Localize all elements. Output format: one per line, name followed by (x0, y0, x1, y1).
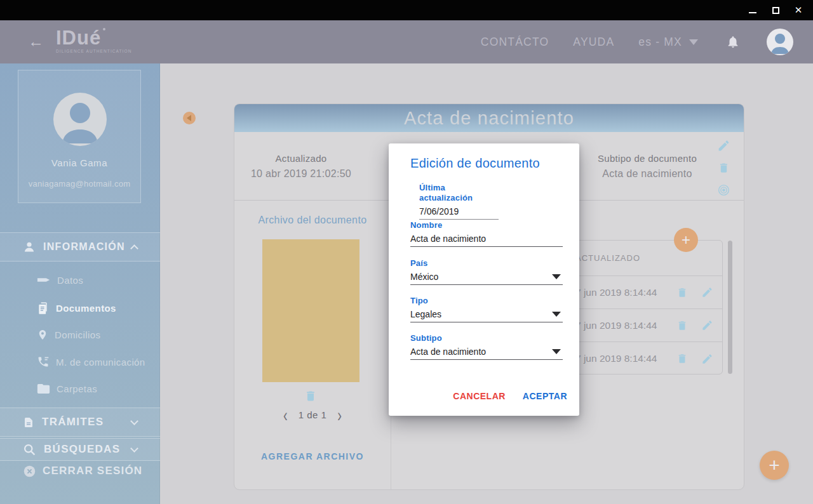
tipo-selected-value: Legales (410, 309, 441, 319)
delete-trash-icon[interactable] (676, 286, 688, 299)
nav-contacto[interactable]: CONTÁCTO (481, 36, 549, 49)
sidebar-item-label: Domicilios (55, 329, 100, 340)
chevron-down-icon (130, 417, 138, 425)
updated-value: 10 abr 2019 21:02:50 (251, 168, 351, 180)
search-icon (23, 443, 36, 456)
file-pagination: ‹ 1 de 1 › (234, 408, 391, 421)
files-table: ACTUALIZADO 7 jun 2019 8:14:44 7 jun 201… (565, 240, 723, 375)
delete-file-trash-icon[interactable] (304, 389, 317, 403)
sidebar-item-carpetas[interactable]: Carpetas (0, 375, 160, 402)
field-nombre: Nombre (410, 220, 563, 247)
modal-title: Edición de documento (410, 156, 540, 171)
nombre-input[interactable] (410, 233, 563, 244)
sidebar-section-tramites[interactable]: TRÁMITES (0, 408, 160, 437)
add-document-fab[interactable]: + (760, 451, 789, 480)
row-actions (676, 319, 713, 332)
document-card-header: Acta de nacimiento (234, 104, 744, 132)
field-pais: País México (410, 258, 563, 285)
row-updated-value: 7 jun 2019 8:14:44 (575, 353, 657, 364)
window-minimize-button[interactable] (743, 1, 762, 20)
pais-select[interactable]: México (410, 271, 563, 285)
subtype-label: Subtipo de documento (598, 153, 697, 164)
field-label: Última actualización (419, 183, 499, 203)
sidebar-section-busquedas[interactable]: BÚSQUEDAS (0, 438, 160, 461)
row-updated-value: 7 jun 2019 8:14:44 (575, 320, 657, 331)
sidebar: Vania Gama vaniagamag@hotmail.com INFORM… (0, 63, 160, 504)
chevron-up-icon (130, 244, 138, 253)
sidebar-item-comunicacion[interactable]: M. de comunicación (0, 348, 160, 375)
notifications-bell-icon[interactable] (726, 34, 740, 50)
accept-button[interactable]: ACEPTAR (523, 391, 567, 401)
dropdown-arrow-icon (689, 39, 698, 45)
field-label: Tipo (410, 296, 563, 306)
sidebar-item-documentos[interactable]: Documentos (0, 295, 160, 321)
table-row: 7 jun 2019 8:14:44 (565, 309, 722, 342)
edit-document-modal: Edición de documento Última actualizació… (389, 143, 579, 416)
profile-card: Vania Gama vaniagamag@hotmail.com (18, 70, 141, 203)
sidebar-item-domicilios[interactable]: Domicilios (0, 321, 160, 348)
folder-icon (37, 383, 50, 394)
card-icon (37, 274, 51, 286)
nav-ayuda[interactable]: AYUDA (573, 36, 614, 49)
ultima-actualizacion-input[interactable] (419, 206, 499, 217)
row-updated-value: 7 jun 2019 8:14:44 (575, 287, 657, 298)
sidebar-item-label: Documentos (56, 303, 116, 314)
edit-pencil-icon[interactable] (701, 286, 713, 298)
dropdown-arrow-icon (552, 274, 561, 279)
language-label: es - MX (638, 36, 682, 49)
delete-trash-icon[interactable] (676, 352, 688, 365)
sidebar-item-datos[interactable]: Datos (0, 267, 160, 293)
cancel-button[interactable]: CANCELAR (453, 391, 506, 401)
document-actions (717, 139, 730, 197)
window-controls: ✕ (743, 0, 808, 20)
fingerprint-icon[interactable] (717, 183, 730, 197)
field-subtipo: Subtipo Acta de nacimiento (410, 333, 563, 360)
sidebar-section-informacion[interactable]: INFORMACIÓN (0, 232, 160, 262)
window-maximize-button[interactable] (766, 1, 785, 20)
profile-name: Vania Gama (18, 157, 140, 168)
minimize-icon (749, 12, 756, 13)
logo-registered-dot-icon (103, 28, 105, 30)
add-row-button[interactable]: + (674, 228, 698, 252)
next-page-chevron-icon[interactable]: › (337, 405, 342, 424)
document-preview-image[interactable] (262, 239, 359, 382)
archive-title: Archivo del documento (234, 215, 391, 226)
previous-page-chevron-icon[interactable]: ‹ (283, 405, 288, 424)
delete-trash-icon[interactable] (676, 319, 688, 332)
edit-pencil-icon[interactable] (717, 139, 730, 152)
table-row: 7 jun 2019 8:14:44 (565, 276, 722, 309)
field-tipo: Tipo Legales (410, 296, 563, 322)
logout-x-circle-icon (23, 465, 36, 478)
row-actions (676, 286, 713, 299)
edit-pencil-icon[interactable] (701, 353, 713, 365)
tipo-select[interactable]: Legales (410, 308, 563, 322)
table-row: 7 jun 2019 8:14:44 (565, 342, 722, 375)
window-titlebar: ✕ (0, 0, 813, 20)
language-selector[interactable]: es - MX (638, 36, 698, 49)
location-pin-icon (37, 328, 48, 342)
delete-trash-icon[interactable] (718, 161, 730, 175)
dropdown-arrow-icon (552, 349, 561, 354)
sidebar-section-label: TRÁMITES (42, 416, 104, 428)
table-scrollbar[interactable] (728, 241, 732, 374)
subtipo-select[interactable]: Acta de nacimiento (410, 346, 563, 360)
subtype-info: Subtipo de documento Acta de nacimiento (577, 132, 717, 200)
pais-selected-value: México (410, 272, 438, 282)
page-indicator: 1 de 1 (299, 409, 327, 420)
edit-pencil-icon[interactable] (701, 319, 713, 331)
app-header: ← IDué DILIGENCE AUTHENTICATION CONTÁCTO… (0, 20, 813, 63)
sidebar-item-cerrar-sesion[interactable]: CERRAR SESIÓN (0, 460, 160, 482)
chevron-down-icon (130, 444, 138, 453)
field-label: País (410, 258, 563, 269)
back-arrow-icon[interactable]: ← (28, 30, 44, 53)
subtipo-selected-value: Acta de nacimiento (410, 347, 486, 357)
user-avatar[interactable] (767, 29, 793, 55)
documents-icon (37, 302, 50, 315)
collapse-panel-button[interactable] (183, 112, 196, 124)
phone-icon (37, 355, 50, 368)
field-ultima-actualizacion: Última actualización (419, 183, 499, 220)
window-close-button[interactable]: ✕ (789, 1, 808, 20)
add-file-button[interactable]: AGREGAR ARCHIVO (234, 451, 391, 461)
field-label: Nombre (410, 220, 563, 230)
header-nav: CONTÁCTO AYUDA es - MX (481, 20, 793, 63)
